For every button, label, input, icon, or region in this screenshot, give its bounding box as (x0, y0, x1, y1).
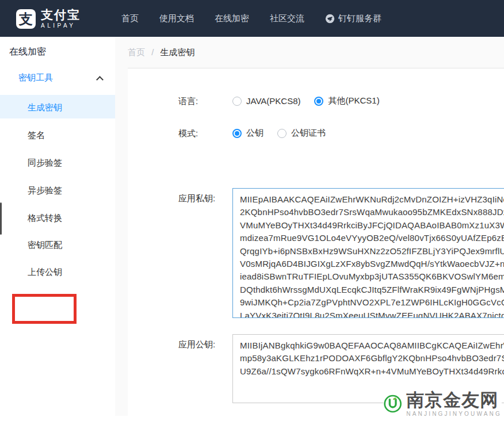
radio-option-java-pkcs8[interactable]: JAVA(PKCS8) (232, 96, 300, 106)
radio-unchecked-icon[interactable] (232, 97, 242, 106)
top-navbar: 支 支付宝 ALIPAY 首页 使用文档 在线加密 社区交流 钉钉服务群 (0, 0, 504, 37)
watermark-site-name-pinyin: NANJINGJINYOUWANG (406, 411, 502, 417)
breadcrumb-home-link[interactable]: 首页 (128, 47, 145, 57)
sidebar: 在线加密 密钥工具 生成密钥 签名 同步验签 异步验签 格式转换 密钥匹配 上传… (0, 37, 115, 421)
breadcrumb-current: 生成密钥 (161, 47, 195, 57)
radio-unchecked-icon[interactable] (277, 129, 287, 138)
key-text-line: 2KQbnHPso4hvbBO3edr7SrsWqaMwukaoo95bZMKE… (240, 206, 504, 219)
key-text-line: 9wiJMKQh+Cp2ia7ZgPVphtNVO2XPL7e1ZWP6IHLc… (240, 296, 504, 309)
sidebar-item-sync-verify[interactable]: 同步验签 (28, 158, 62, 169)
radio-option-public-key-cert[interactable]: 公钥证书 (277, 128, 326, 139)
nav-item-dingtalk-group[interactable]: 钉钉服务群 (325, 13, 381, 24)
key-text-line: DQthdkt6hWrssgMdUXqLEcqkCJItq5ZFlfWraKR9… (240, 284, 504, 296)
alipay-icon: 支 (16, 9, 36, 29)
radio-option-label: 其他(PKCS1) (328, 95, 379, 106)
watermark-site-name: 南京金友网 (406, 391, 502, 409)
dingtalk-icon (325, 14, 335, 24)
key-text-line: V0sMRjqA6D4BIJGIXgLzXFx8ybSvgZMwdQqH/sYt… (240, 258, 504, 270)
language-radio-group: JAVA(PKCS8) 其他(PKCS1) (232, 95, 394, 106)
key-text-line: mp58y3aKGLKEhz1rPODOAXF6GbflgY2KQbnHPso4… (240, 352, 504, 365)
radio-option-other-pkcs1[interactable]: 其他(PKCS1) (314, 95, 379, 106)
sidebar-item-sign[interactable]: 签名 (28, 130, 45, 141)
nav-menu: 首页 使用文档 在线加密 社区交流 钉钉服务群 (121, 0, 402, 37)
private-key-label: 应用私钥: (178, 193, 215, 204)
breadcrumb: 首页 / 生成密钥 (128, 47, 195, 58)
key-text-line: VMuMYeBOyTHXt34d49RrkciByJFCjQIDAQABAoIB… (240, 219, 504, 232)
radio-option-public-key[interactable]: 公钥 (232, 128, 264, 139)
brand-name-en: ALIPAY (41, 22, 81, 29)
key-text-line: iead8iSBwnTRuTFIEpLOvuMyxbp3jUTAS355QK6B… (240, 270, 504, 283)
key-text-line: QrqgIYb+i6pNSBxBxHz9WSuHXNz2zO52fIFZBLjY… (240, 245, 504, 258)
radio-option-label: 公钥 (246, 128, 264, 139)
chevron-up-icon[interactable] (96, 76, 104, 83)
left-scrollbar-thumb[interactable] (0, 202, 2, 235)
alipay-logo[interactable]: 支 支付宝 ALIPAY (16, 9, 81, 29)
mode-radio-group: 公钥 公钥证书 (232, 128, 339, 139)
radio-checked-icon[interactable] (314, 97, 323, 106)
red-highlight-box (12, 294, 77, 324)
brand-name-zh: 支付宝 (41, 9, 81, 21)
nav-item-dingtalk-label: 钉钉服务群 (338, 13, 381, 24)
nav-item-home[interactable]: 首页 (121, 13, 139, 24)
main-left-gutter (115, 37, 128, 416)
nav-item-community[interactable]: 社区交流 (270, 13, 304, 24)
sidebar-item-async-verify[interactable]: 异步验签 (28, 185, 62, 196)
form-card: 语言: JAVA(PKCS8) 其他(PKCS1) 模式: 公钥 公钥证书 (128, 68, 504, 421)
key-text-line: MIIEpAIBAAKCAQEAiIZwEhrWKNuRdj2cMvDnZOIZ… (240, 193, 504, 206)
sidebar-item-key-match[interactable]: 密钥匹配 (28, 240, 62, 251)
private-key-textarea[interactable]: MIIEpAIBAAKCAQEAiIZwEhrWKNuRdj2cMvDnZOIZ… (232, 188, 504, 318)
nav-item-online-encrypt[interactable]: 在线加密 (215, 13, 249, 24)
sidebar-title: 在线加密 (9, 46, 46, 58)
sidebar-item-format-convert[interactable]: 格式转换 (28, 213, 62, 224)
radio-checked-icon[interactable] (232, 129, 242, 138)
main-content: 首页 / 生成密钥 语言: JAVA(PKCS8) 其他(PKCS1) 模式: … (115, 37, 504, 421)
language-label: 语言: (178, 96, 198, 107)
public-key-label: 应用公钥: (178, 339, 215, 350)
sidebar-item-generate-key[interactable]: 生成密钥 (28, 102, 62, 113)
site-watermark: 南京金友网 NANJINGJINYOUWANG (383, 388, 502, 420)
radio-option-label: JAVA(PKCS8) (246, 96, 300, 106)
key-text-line: U9Z6a//1sQW7sygko6RFnWqXR+n+4VMuMYeBOyTH… (240, 365, 504, 378)
key-text-line: mdizea7mRue9VG1OLo4eVYyyOB2eQ/vel80vTjx6… (240, 232, 504, 244)
nav-item-docs[interactable]: 使用文档 (159, 13, 194, 24)
sidebar-group-key-tools[interactable]: 密钥工具 (18, 72, 53, 83)
breadcrumb-separator: / (151, 47, 154, 57)
key-text-line: MIIBIjANBgkqhkiG9w0BAQEFAAOCAQ8AMIIBCgKC… (240, 339, 504, 352)
mode-label: 模式: (178, 128, 198, 139)
alipay-icon-glyph: 支 (19, 10, 33, 28)
radio-option-label: 公钥证书 (291, 128, 326, 139)
key-text-line: LaYVxK3eiti7QtI9L8u2SmXeeuUStMvwZEEugNVU… (240, 309, 504, 318)
sidebar-item-upload-public-key[interactable]: 上传公钥 (28, 267, 62, 278)
jinyou-logo-icon (383, 389, 402, 418)
